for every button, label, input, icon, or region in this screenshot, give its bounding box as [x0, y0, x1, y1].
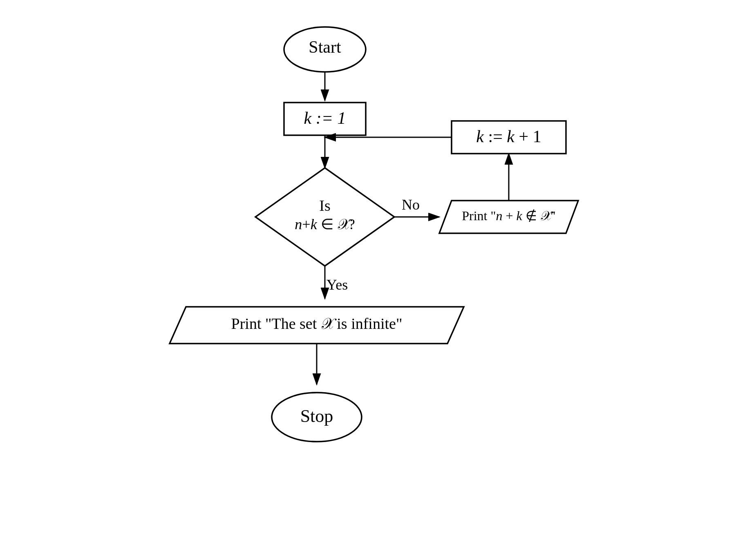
decision-label-line2: n+k ∈ 𝒳? — [295, 216, 355, 232]
assign-k-label: k := 1 — [304, 109, 346, 127]
decision-label-line1: Is — [319, 197, 330, 214]
increment-k-label: k := k + 1 — [476, 127, 541, 146]
flowchart: Start k := 1 Is n+k ∈ 𝒳? No Print "n + k… — [153, 17, 603, 540]
no-label: No — [402, 196, 420, 213]
stop-label: Stop — [300, 406, 333, 426]
print-infinite-label: Print "The set 𝒳 is infinite" — [231, 315, 403, 332]
yes-label: Yes — [327, 277, 348, 293]
print-not-in-label: Print "n + k ∉ 𝒳" — [462, 208, 556, 223]
start-label: Start — [309, 38, 341, 56]
